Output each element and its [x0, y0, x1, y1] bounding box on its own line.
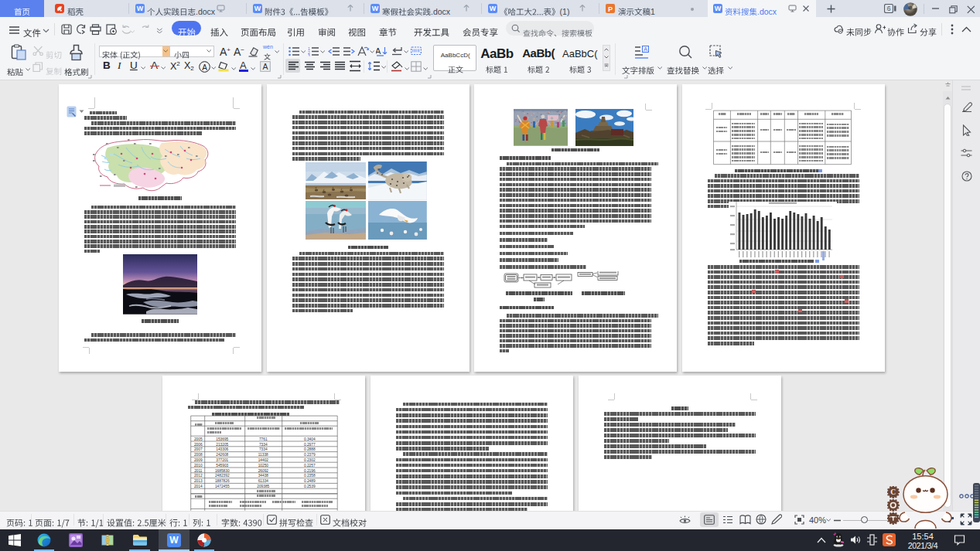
svg-text:A: A	[376, 46, 381, 56]
svg-text:A: A	[644, 46, 647, 52]
svg-text:3: 3	[308, 53, 310, 56]
svg-text:A: A	[262, 62, 268, 71]
svg-text:6: 6	[887, 5, 891, 12]
svg-text:P: P	[608, 5, 613, 13]
svg-text:A: A	[202, 63, 207, 71]
svg-text:C: C	[890, 488, 896, 496]
